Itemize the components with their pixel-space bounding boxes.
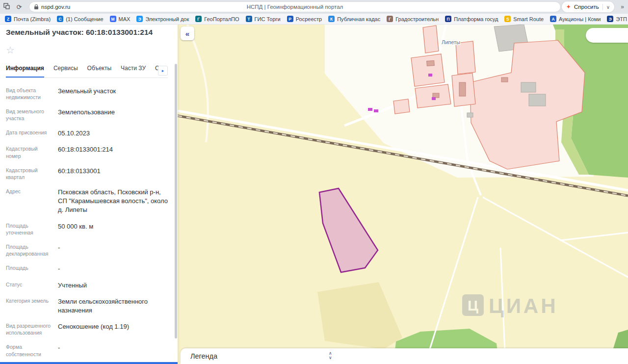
page-title: НСПД | Геоинформационный портал [29,4,560,10]
bookmark-label: MAX [119,16,131,22]
parcel-title: Земельный участок: 60:18:0133001:214 [6,27,168,37]
tabs-scroll-right-button[interactable]: ▸ [158,66,168,76]
tab[interactable]: Части ЗУ [121,65,146,78]
ask-button[interactable]: ✦ Спросить ∨ [562,1,614,12]
field-label: Статус [6,281,58,290]
sparkle-icon: ✦ [566,3,571,10]
field-label: Вид земельного участка [6,108,58,122]
bookmark-favicon: Р [287,16,293,22]
sidebar-toggle-icon[interactable]: » [621,3,624,10]
bookmark-favicon: Э [607,16,613,22]
field-value: Земельный участок [58,87,116,101]
field-row: Площадь декларированная - [6,239,168,260]
bookmark-item[interactable]: Э ЭТП ГПБ Торги [604,15,628,23]
village-label: Липеты [442,39,460,45]
tab[interactable]: Сервисы [53,65,78,78]
field-value: Сенокошение (код 1.19) [58,322,129,336]
field-label: Дата присвоения [6,129,58,138]
url-text: nspd.gov.ru [41,4,70,10]
field-row: Площадь уточненная 50 000 кв. м [6,218,168,239]
bookmark-item[interactable]: Г Градостроительн [384,15,442,23]
info-fields: Вид объекта недвижимости Земельный участ… [6,83,168,364]
bookmark-item[interactable]: К Публичная кадас [325,15,383,23]
field-label: Площадь [6,264,58,273]
bookmark-item[interactable]: А Аукционы | Коми [547,15,603,23]
map-area[interactable]: Липеты Ц ЦИАН « Легенда ∧ ∨ [178,25,628,364]
panel-bottom-accent [0,362,178,364]
tab-panel-icon[interactable] [0,3,13,11]
bookmark-favicon: Э [136,16,143,22]
panel-scrollbar[interactable] [175,64,177,338]
chevron-down-icon: ∨ [606,4,610,10]
bookmark-label: ЭТП ГПБ Торги [616,16,628,22]
bookmark-favicon: К [328,16,335,22]
field-value: - [58,264,60,273]
lock-icon [34,6,38,9]
watermark-text: ЦИАН [489,294,558,317]
bookmark-item[interactable]: Z Почта (Zimbra) [2,15,53,23]
bookmark-label: Росреестр [296,16,322,22]
field-row: Вид разрешенного использования Сенокошен… [6,319,168,340]
reload-icon[interactable]: ⟳ [13,3,26,11]
bookmark-item[interactable]: Г ГеоПорталПО [192,15,242,23]
field-row: Вид объекта недвижимости Земельный участ… [6,83,168,104]
bookmark-item[interactable]: Т ГИС Торги [243,15,284,23]
chevron-down-icon: ∨ [329,356,332,360]
tabs-row: Информация Сервисы Объекты Части ЗУ Сост… [6,65,168,78]
divider [602,4,603,10]
field-value: - [58,343,60,357]
field-value: 60:18:0133001 [58,167,101,181]
legend-toggle-button[interactable]: ∧ ∨ [327,349,334,362]
bookmark-label: Аукционы | Коми [559,16,601,22]
bookmark-item[interactable]: M MAX [107,15,133,23]
bookmark-label: Электронный док [145,16,189,22]
bookmark-label: (1) Сообщение [66,16,103,22]
bookmark-favicon: П [445,16,451,22]
field-value: 50 000 кв. м [58,222,93,236]
field-value: - [58,243,60,257]
watermark-logo-letter: Ц [468,297,478,313]
field-value: 60:18:0133001:214 [58,145,113,159]
field-row: Кадастровый квартал 60:18:0133001 [6,163,168,184]
field-row: Форма собственности - [6,340,168,361]
bookmark-label: Smart Route [513,16,544,22]
tab[interactable]: Объекты [87,65,112,78]
field-row: Кадастровый номер 60:18:0133001:214 [6,142,168,163]
field-value: Псковская область, Псковский р-н, СП "Ка… [58,188,168,215]
map-search-box[interactable] [586,28,628,43]
bookmark-favicon: Т [246,16,252,22]
field-value: Учтенный [58,281,87,290]
bookmark-label: Почта (Zimbra) [14,16,51,22]
bookmark-item[interactable]: Э Электронный док [133,15,192,23]
field-value: Земли сельскохозяйственного назначения [58,297,168,315]
ask-label: Спросить [574,4,599,10]
field-value: Землепользование [58,108,115,122]
basemap: Липеты Ц ЦИАН [178,25,628,364]
field-value: 05.10.2023 [58,129,90,138]
tab[interactable]: Информация [6,65,44,78]
bookmarks-bar: Z Почта (Zimbra) С (1) Сообщение M MAX Э… [0,14,628,25]
bookmark-favicon: M [110,16,116,22]
bookmark-item[interactable]: Р Росреестр [284,15,325,23]
bookmark-item[interactable]: С (1) Сообщение [54,15,106,23]
field-label: Площадь декларированная [6,243,58,257]
field-label: Кадастровый квартал [6,167,58,181]
parcel-info-panel: Земельный участок: 60:18:0133001:214 ☆ И… [0,25,178,364]
bookmark-item[interactable]: S Smart Route [501,15,547,23]
cian-watermark: Ц ЦИАН [462,294,558,317]
field-label: Форма собственности [6,343,58,357]
field-label: Адрес [6,188,58,215]
bookmark-item[interactable]: П Платформа госуд [442,15,501,23]
field-label: Категория земель [6,297,58,315]
bookmark-favicon: Г [387,16,393,22]
address-bar[interactable]: НСПД | Геоинформационный портал nspd.gov… [29,2,560,12]
bookmark-label: Градостроительн [395,16,439,22]
collapse-panel-button[interactable]: « [181,26,194,40]
browser-toolbar: ⟳ НСПД | Геоинформационный портал nspd.g… [0,0,628,14]
field-row: Адрес Псковская область, Псковский р-н, … [6,184,168,219]
bookmark-favicon: А [550,16,556,22]
favorite-star-icon[interactable]: ☆ [6,44,15,56]
field-row: Дата присвоения 05.10.2023 [6,126,168,142]
bookmark-favicon: S [504,16,511,22]
tabs: Информация Сервисы Объекты Части ЗУ Сост… [6,65,156,78]
